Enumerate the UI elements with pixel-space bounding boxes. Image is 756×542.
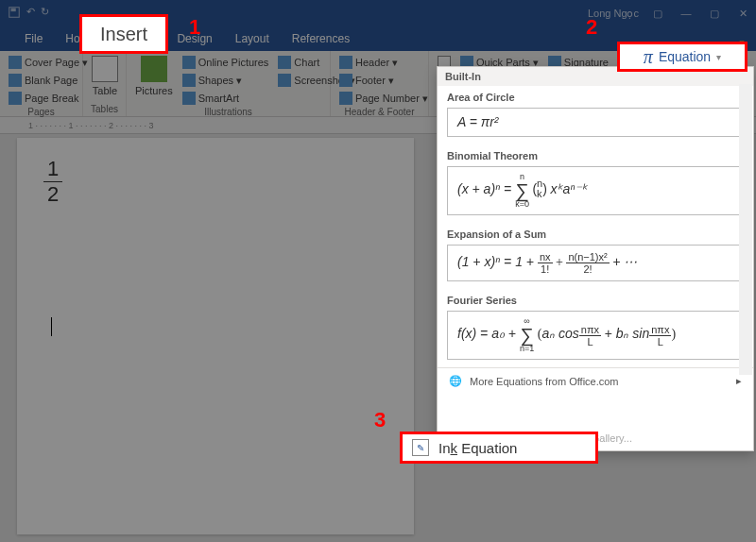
- gallery-item-circle[interactable]: A = πr²: [447, 108, 744, 137]
- highlight-insert-tab[interactable]: Insert: [79, 14, 168, 54]
- gallery-scrollbar[interactable]: [739, 84, 752, 375]
- highlight-ink-equation[interactable]: ✎Ink Equation: [400, 432, 598, 464]
- close-button[interactable]: ✕: [730, 2, 756, 25]
- annotation-number-1: 1: [189, 15, 200, 40]
- blank-page-button[interactable]: Blank Page: [6, 72, 91, 89]
- tab-layout[interactable]: Layout: [224, 28, 281, 49]
- equation-gallery: Built-In Area of Circle A = πr² Binomial…: [437, 66, 754, 451]
- group-tables: Tables: [89, 104, 120, 114]
- fraction-numerator: 1: [43, 157, 62, 182]
- more-equations-link[interactable]: 🌐More Equations from Office.com▸: [438, 368, 753, 394]
- gallery-item-expansion[interactable]: (1 + x)ⁿ = 1 + nx1! + n(n−1)x²2! + ⋯: [447, 245, 744, 281]
- save-icon[interactable]: [8, 6, 21, 21]
- online-pictures-button[interactable]: Online Pictures: [180, 54, 272, 71]
- tab-references[interactable]: References: [281, 28, 361, 49]
- svg-rect-1: [11, 8, 16, 12]
- group-illustrations: Illustrations: [132, 107, 324, 117]
- gallery-section-expansion: Expansion of a Sum: [438, 223, 753, 242]
- ink-equation-icon: ✎: [412, 439, 429, 456]
- gallery-section-circle: Area of Circle: [438, 86, 753, 105]
- gallery-item-binomial[interactable]: (x + a)ⁿ = n∑k=0 (nk) xᵏaⁿ⁻ᵏ: [447, 166, 744, 215]
- header-button[interactable]: Header ▾: [336, 54, 431, 71]
- web-icon: 🌐: [449, 375, 462, 387]
- footer-button[interactable]: Footer ▾: [336, 72, 431, 89]
- shapes-button[interactable]: Shapes ▾: [180, 72, 272, 89]
- pictures-button[interactable]: Pictures: [132, 54, 176, 98]
- tab-file[interactable]: File: [13, 28, 54, 49]
- cover-page-button[interactable]: Cover Page ▾: [6, 54, 91, 71]
- highlight-equation-button[interactable]: πEquation▾: [617, 42, 747, 72]
- minimize-button[interactable]: —: [673, 2, 699, 25]
- text-cursor: [51, 317, 52, 336]
- group-pages: Pages: [6, 107, 77, 117]
- table-button[interactable]: Table: [89, 54, 121, 98]
- annotation-number-2: 2: [586, 15, 597, 40]
- gallery-section-binomial: Binomial Theorem: [438, 144, 753, 163]
- fraction-denominator: 2: [43, 182, 62, 207]
- ribbon-options-icon[interactable]: ▢: [644, 2, 671, 25]
- annotation-number-3: 3: [374, 408, 386, 432]
- page-number-button[interactable]: Page Number ▾: [336, 90, 431, 107]
- page[interactable]: 1 2: [17, 138, 414, 534]
- maximize-button[interactable]: ▢: [701, 2, 728, 25]
- redo-icon[interactable]: ↻: [41, 6, 49, 21]
- gallery-item-fourier[interactable]: f(x) = a₀ + ∞∑n=1 (aₙ cosnπxL + bₙ sinnπ…: [447, 311, 744, 360]
- undo-icon[interactable]: ↶: [26, 6, 35, 21]
- group-header-footer: Header & Footer: [336, 107, 422, 117]
- gallery-section-fourier: Fourier Series: [438, 289, 753, 308]
- equation-fraction[interactable]: 1 2: [43, 157, 62, 207]
- page-break-button[interactable]: Page Break: [6, 90, 91, 107]
- pi-icon: π: [644, 46, 653, 68]
- smartart-button[interactable]: SmartArt: [180, 90, 272, 107]
